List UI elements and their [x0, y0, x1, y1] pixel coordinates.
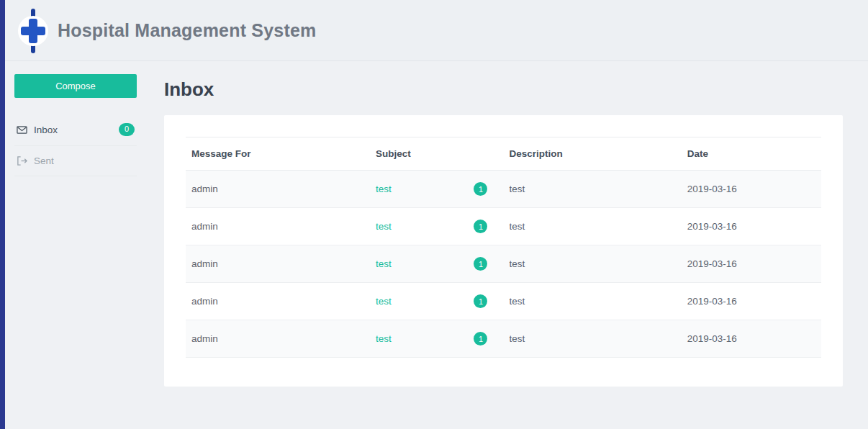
- cell-subject: test 1: [370, 245, 503, 283]
- app-header: Hospital Management System: [0, 0, 868, 61]
- table-row: admin test 1 test 2019-03-16: [186, 245, 821, 283]
- cell-date: 2019-03-16: [682, 245, 821, 283]
- table-row: admin test 1 test 2019-03-16: [186, 283, 821, 320]
- inbox-card: Message For Subject Description Date adm…: [164, 115, 843, 387]
- subject-link[interactable]: test: [376, 184, 392, 194]
- inbox-envelope-icon: [17, 125, 27, 135]
- cell-description: test: [503, 245, 681, 283]
- sidebar-item-sent[interactable]: Sent: [14, 146, 137, 176]
- cell-message-for: admin: [186, 171, 370, 208]
- inbox-count-badge: 0: [119, 123, 135, 136]
- page-title: Inbox: [164, 78, 843, 101]
- table-row: admin test 1 test 2019-03-16: [186, 320, 821, 358]
- sidebar-item-label: Inbox: [34, 125, 58, 135]
- sidebar-item-label: Sent: [34, 155, 54, 166]
- cell-subject: test 1: [370, 320, 503, 358]
- main-panel: Inbox Message For Subject Description Da…: [164, 74, 843, 387]
- inbox-table: Message For Subject Description Date adm…: [186, 137, 821, 358]
- page-content: Compose Inbox 0: [0, 61, 868, 387]
- unread-count-badge: 1: [474, 182, 487, 196]
- cell-subject: test 1: [370, 171, 503, 208]
- cell-message-for: admin: [186, 245, 370, 283]
- medical-cross-icon: [16, 9, 50, 53]
- subject-link[interactable]: test: [376, 258, 392, 269]
- cell-description: test: [503, 171, 681, 208]
- hospital-logo-icon: [16, 9, 50, 53]
- cell-message-for: admin: [186, 283, 370, 320]
- subject-link[interactable]: test: [376, 333, 392, 344]
- unread-count-badge: 1: [474, 332, 487, 346]
- cell-message-for: admin: [186, 320, 370, 358]
- cell-date: 2019-03-16: [682, 320, 821, 358]
- cell-description: test: [503, 208, 681, 245]
- subject-link[interactable]: test: [376, 296, 392, 307]
- column-header-date: Date: [682, 137, 821, 171]
- table-row: admin test 1 test 2019-03-16: [186, 208, 821, 245]
- cell-subject: test 1: [370, 208, 503, 245]
- column-header-message-for: Message For: [186, 137, 370, 171]
- mail-sidebar: Compose Inbox 0: [14, 74, 137, 387]
- sidebar-item-inbox[interactable]: Inbox 0: [14, 114, 137, 146]
- compose-button[interactable]: Compose: [14, 74, 137, 98]
- column-header-subject: Subject: [370, 137, 503, 171]
- unread-count-badge: 1: [474, 257, 487, 271]
- table-header-row: Message For Subject Description Date: [186, 137, 821, 171]
- unread-count-badge: 1: [474, 294, 487, 308]
- sent-sign-out-icon: [17, 155, 27, 166]
- cell-message-for: admin: [186, 208, 370, 245]
- unread-count-badge: 1: [474, 220, 487, 233]
- table-row: admin test 1 test 2019-03-16: [186, 171, 821, 208]
- left-accent-bar: [0, 0, 5, 429]
- cell-description: test: [503, 320, 681, 358]
- subject-link[interactable]: test: [376, 221, 392, 232]
- cell-date: 2019-03-16: [682, 283, 821, 320]
- cell-subject: test 1: [370, 283, 503, 320]
- cell-date: 2019-03-16: [682, 171, 821, 208]
- cell-date: 2019-03-16: [682, 208, 821, 245]
- app-title: Hospital Management System: [58, 20, 316, 41]
- sidebar-menu: Inbox 0 Sent: [14, 114, 137, 176]
- cell-description: test: [503, 283, 681, 320]
- column-header-description: Description: [503, 137, 681, 171]
